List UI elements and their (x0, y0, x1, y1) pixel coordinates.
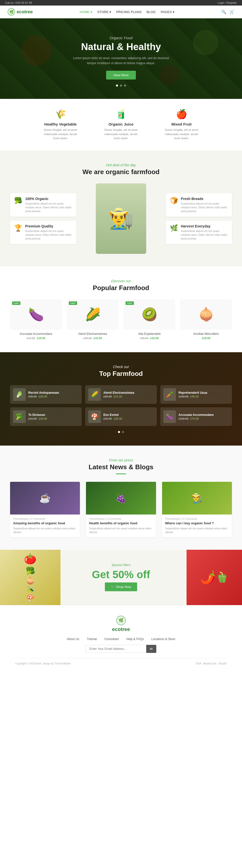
blog-tag: From our press (10, 458, 232, 462)
bread-desc: Suspendisse aliquet est non quam volutpa… (181, 202, 228, 213)
popular-tag: Discover our (10, 279, 232, 283)
top-products-grid: 🥬 Recioit Antiopameam £45.00 £38.00 🌽 Al… (10, 385, 232, 426)
feature-fruit: 🍎 Mixed Fruit Donec fringilla, elit sit … (161, 109, 202, 141)
footer-nav-about[interactable]: About Us (67, 637, 79, 641)
footer-nav: About Us Tutorial Consultant Help & FAQs… (15, 637, 227, 641)
cart-icon[interactable]: 🛒 (230, 9, 235, 14)
footer-email-input[interactable] (86, 645, 146, 653)
hero-view-more-button[interactable]: View More (106, 71, 136, 80)
top-product-eggplant: 🍆 Accusata Accommodare £100.00 £70.00 (160, 407, 232, 426)
blog-content-1: ThemeRegion | 0 Comments Amazing benefit… (10, 515, 80, 537)
farmfood-section: Hot deal of the day We are organic farmf… (0, 151, 242, 267)
hero-slider-dots (116, 85, 126, 87)
harvest-icon: 🌿 (170, 224, 178, 232)
footer-nav-tutorial[interactable]: Tutorial (87, 637, 97, 641)
veg-icon-2: 🥦 (26, 566, 35, 575)
search-icon[interactable]: 🔍 (221, 9, 226, 14)
farmfood-tag: Hot deal of the day (10, 163, 232, 167)
corn-name: Alenit Electramutmea (67, 332, 118, 336)
top-product-broccoli: 🥦 Te Dictasuo £16.00 £39.00 (10, 407, 82, 426)
blog-title: Latest News & Blogs (10, 463, 232, 471)
offer-tag: Special Offers (76, 563, 166, 567)
top-dot-2[interactable] (122, 431, 124, 433)
product-corn: Sale! 🌽 Alenit Electramutmea £30.00 £15.… (67, 300, 118, 340)
eggplant-old-price: £15.00 (26, 337, 35, 340)
top-farmfood-section: Check our Top Farmfood 🥬 Recioit Antiopa… (0, 352, 242, 445)
fruit-icon: 🍎 (161, 109, 202, 120)
offer-title: Get 50% off (76, 569, 166, 581)
blog-meta-1: ThemeRegion | 0 Comments (13, 518, 77, 520)
mushroom-image: 🍄 (88, 410, 101, 423)
carrot-old-price: £100.00 (179, 395, 189, 398)
carrot-price: £100.00 £95.00 (179, 395, 207, 398)
top-product-carrot: 🥕 Reprehenderit Usua £100.00 £95.00 (160, 385, 232, 404)
blog-divider (116, 473, 126, 474)
blog-title-2[interactable]: Health benefits of organic food (89, 521, 153, 525)
organic-title: 100% Organic (25, 197, 72, 201)
farmfood-card-content: Premium Quality Suspendisse aliquet est … (25, 224, 72, 241)
nav-blog[interactable]: BLOG (146, 10, 156, 14)
chili-icon: 🌶️ (200, 570, 216, 585)
login-link[interactable]: Login / Register (218, 1, 237, 4)
greens-price: £45.00 £38.00 (28, 395, 59, 398)
hero-dot-2[interactable] (120, 85, 122, 87)
top-broccoli-name: Te Dictasuo (28, 413, 47, 416)
blog-header: From our press Latest News & Blogs (10, 458, 232, 474)
footer-nav-help[interactable]: Help & FAQs (126, 637, 144, 641)
top-broccoli-info: Te Dictasuo £16.00 £39.00 (28, 413, 47, 420)
top-farmfood-header: Check our Top Farmfood (10, 365, 232, 378)
popular-header: Discover our Popular Farmfood (10, 279, 232, 292)
feature-juice-title: Organic Juice (101, 122, 141, 126)
nav-store[interactable]: STORE ▾ (97, 10, 111, 14)
carrot-image: 🥕 (163, 388, 176, 401)
feature-juice-desc: Donec fringilla, elit sit amet malesuada… (101, 128, 141, 141)
top-eggplant-new-price: £70.00 (190, 417, 199, 420)
farmfood-card-content: 100% Organic Suspendisse aliquet est non… (25, 197, 72, 213)
top-product-greens: 🥬 Recioit Antiopameam £45.00 £38.00 (10, 385, 82, 404)
top-farmfood-tag: Check our (10, 365, 232, 369)
top-dot-1[interactable] (118, 431, 120, 433)
kiwi-old-price: £45.00 (140, 337, 149, 340)
nav-home[interactable]: HOME ▾ (80, 10, 92, 14)
farmfood-card-bread: 🍞 Fresh Breads Suspendisse aliquet est n… (166, 193, 232, 217)
footer-nav-locations[interactable]: Locations & Store (151, 637, 175, 641)
farmfood-card-content: Fresh Breads Suspendisse aliquet est non… (181, 197, 228, 213)
footer-email-form: ✉ (15, 645, 227, 653)
shop-now-button[interactable]: 🛒 Shop Now (105, 583, 137, 591)
footer-bottom: Copyright © 2018 Bindi. Design by Theme … (15, 658, 227, 665)
product-eggplant: Sale! 🍆 Accusata Accommodare £15.00 £10.… (10, 300, 62, 340)
footer-nav-consultant[interactable]: Consultant (104, 637, 119, 641)
popular-section: Discover our Popular Farmfood Sale! 🍆 Ac… (0, 267, 242, 352)
top-bar: Call us +333 45 67 89 Login / Register (0, 0, 242, 5)
carrot-info: Reprehenderit Usua £100.00 £95.00 (179, 391, 207, 398)
blog-grid: ☕ ThemeRegion | 0 Comments Amazing benef… (10, 482, 232, 537)
kiwi-new-price: £33.00 (150, 337, 159, 340)
top-broccoli-image: 🥦 (13, 410, 26, 423)
blog-excerpt-1: Suspendisse aliquet est non quam volutpa… (13, 527, 77, 534)
blog-image-1: ☕ (10, 482, 80, 515)
nav-pages[interactable]: PAGES ▾ (161, 10, 174, 14)
organic-icon: 🥦 (14, 197, 22, 205)
nav-pricing[interactable]: PRICING PLANS (116, 10, 141, 14)
offer-left-veg: 🍅 🥦 🧅 🫒 🍄 (0, 550, 60, 605)
premium-title: Premium Quality (25, 224, 72, 228)
farmfood-card-organic: 🥦 100% Organic Suspendisse aliquet est n… (10, 193, 76, 217)
bread-icon: 🍞 (170, 197, 178, 205)
footer-email-submit[interactable]: ✉ (146, 645, 156, 653)
carrot-new-price: £95.00 (190, 395, 199, 398)
footer-logo-icon: 🌿 (116, 615, 126, 625)
greens-name: Recioit Antiopameam (28, 391, 59, 395)
farmfood-cards-left: 🥦 100% Organic Suspendisse aliquet est n… (10, 193, 76, 244)
header: 🌿 ecotree HOME ▾ STORE ▾ PRICING PLANS B… (0, 5, 242, 19)
blog-title-3[interactable]: Where can I buy organic food ? (165, 521, 229, 525)
blog-content-3: ThemeRegion | 0 Comments Where can I buy… (162, 515, 232, 537)
top-broccoli-price: £16.00 £39.00 (28, 417, 47, 420)
onion-name: Ancillae Meiculibris (180, 332, 232, 336)
logo-text: ecotree (17, 9, 33, 14)
hero-dot-1[interactable] (116, 85, 118, 87)
hero-title: Natural & Healthy (81, 41, 161, 52)
feature-fruit-title: Mixed Fruit (161, 122, 202, 126)
hero-dot-3[interactable] (124, 85, 126, 87)
top-product-mushroom: 🍄 Eos Exmel £15.00 £38.00 (85, 407, 157, 426)
blog-title-1[interactable]: Amazing benefits of organic food (13, 521, 77, 525)
